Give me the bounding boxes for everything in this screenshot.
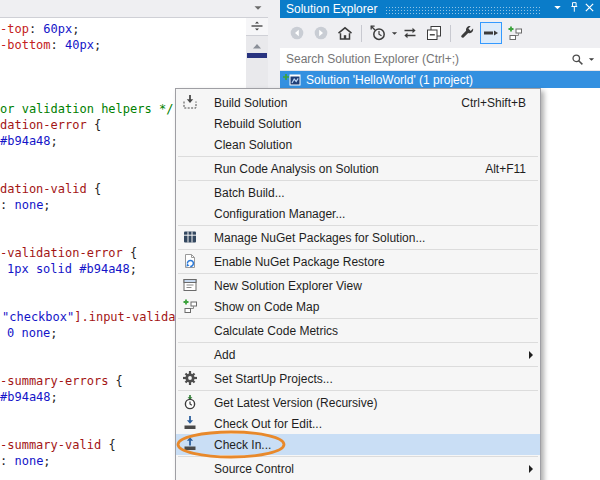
menu-item-label: Check Out for Edit... [214, 417, 322, 431]
submenu-arrow-icon [529, 465, 533, 473]
code-token: : [0, 198, 14, 212]
new-view-icon [182, 277, 198, 293]
code-token: -bottom [0, 38, 51, 52]
splitter-icon [249, 18, 265, 34]
menu-item-new-solution-explorer-view[interactable]: New Solution Explorer View [176, 275, 540, 296]
code-token: { [87, 182, 101, 196]
code-token: none [14, 198, 43, 212]
menu-item-source-control[interactable]: Source Control [176, 458, 540, 479]
code-token: #b94a48 [0, 390, 51, 404]
preview-selected-button[interactable] [480, 22, 502, 44]
code-token: ; [50, 326, 57, 340]
toolbar-separator [450, 25, 451, 42]
scrollbar-thumb[interactable] [247, 53, 267, 58]
properties-button[interactable] [456, 22, 478, 44]
solution-icon [282, 73, 302, 87]
editor-splitter-handle[interactable] [246, 18, 268, 36]
scroll-up-arrow-icon[interactable] [249, 38, 265, 50]
menu-separator [178, 342, 538, 343]
menu-separator [178, 156, 538, 157]
menu-item-rebuild-solution[interactable]: Rebuild Solution [176, 113, 540, 134]
get-latest-icon [182, 394, 198, 410]
menu-item-set-startup-projects[interactable]: Set StartUp Projects... [176, 368, 540, 389]
menu-item-label: Calculate Code Metrics [214, 324, 338, 338]
check-in-icon [182, 436, 198, 452]
menu-item-label: Configuration Manager... [214, 207, 345, 221]
code-token: or validation helpers */ [0, 102, 173, 116]
code-token: { [101, 438, 115, 452]
code-token: : [29, 22, 43, 36]
search-icon[interactable] [569, 51, 585, 67]
menu-item-configuration-manager[interactable]: Configuration Manager... [176, 203, 540, 224]
menu-separator [178, 180, 538, 181]
back-button [286, 22, 308, 44]
solution-label: Solution 'HelloWorld' (1 project) [306, 73, 473, 87]
code-map-button[interactable] [504, 22, 526, 44]
pending-changes-icon [370, 25, 386, 41]
code-line: -bottom: 40px; [0, 37, 246, 53]
code-token: 40px [65, 38, 94, 52]
caret-down-icon[interactable] [390, 23, 398, 43]
menu-item-show-on-code-map[interactable]: Show on Code Map [176, 296, 540, 317]
menu-item-label: Batch Build... [214, 186, 285, 200]
menu-item-build-solution[interactable]: Build SolutionCtrl+Shift+B [176, 92, 540, 113]
search-input[interactable]: Search Solution Explorer (Ctrl+;) [280, 52, 569, 66]
menu-item-manage-nuget-packages-for-solution[interactable]: Manage NuGet Packages for Solution... [176, 227, 540, 248]
menu-item-get-latest-version-recursive[interactable]: Get Latest Version (Recursive) [176, 392, 540, 413]
code-token: "checkbox" [2, 310, 74, 324]
code-token: -top [0, 22, 29, 36]
chevron-down-icon [551, 0, 564, 18]
collapse-all-button[interactable] [423, 22, 445, 44]
code-token: : [0, 454, 14, 468]
pin-button[interactable] [566, 2, 581, 17]
menu-item-label: Enable NuGet Package Restore [214, 255, 385, 269]
code-token: ; [94, 38, 101, 52]
refresh-button[interactable] [399, 22, 421, 44]
menu-item-check-out-for-edit[interactable]: Check Out for Edit... [176, 413, 540, 434]
chevron-down-icon[interactable] [251, 1, 265, 15]
menu-shortcut: Ctrl+Shift+B [461, 96, 526, 110]
check-out-icon [182, 415, 198, 431]
window-position-button[interactable] [550, 2, 565, 17]
menu-item-label: Source Control [214, 462, 294, 476]
tree-row-solution[interactable]: Solution 'HelloWorld' (1 project) [280, 71, 600, 88]
editor-top-strip [0, 0, 268, 18]
refresh-icon [402, 25, 418, 41]
forward-icon [313, 25, 329, 41]
menu-item-label: Clean Solution [214, 138, 292, 152]
menu-item-add[interactable]: Add [176, 344, 540, 365]
titlebar-grip-dots [385, 6, 542, 15]
menu-item-clean-solution[interactable]: Clean Solution [176, 134, 540, 155]
vs-window: -top: 60px;-bottom: 40px;or validation h… [0, 0, 600, 480]
nuget-icon [182, 229, 198, 245]
pending-changes-button[interactable] [367, 22, 389, 44]
code-token: { [87, 118, 101, 132]
close-icon [583, 0, 596, 18]
code-token: ; [43, 198, 50, 212]
home-button[interactable] [334, 22, 356, 44]
menu-item-label: Set StartUp Projects... [214, 372, 333, 386]
nuget-restore-icon [182, 253, 198, 269]
code-token: ; [51, 134, 58, 148]
menu-item-enable-nuget-package-restore[interactable]: Enable NuGet Package Restore [176, 251, 540, 272]
panel-title: Solution Explorer [286, 2, 377, 16]
close-button[interactable] [582, 2, 597, 17]
menu-item-calculate-code-metrics[interactable]: Calculate Code Metrics [176, 320, 540, 341]
code-line [0, 69, 246, 85]
code-token: dation-valid [0, 182, 87, 196]
menu-shortcut: Alt+F11 [485, 162, 526, 176]
code-line: -top: 60px; [0, 21, 246, 37]
search-options-caret-icon[interactable] [585, 51, 597, 67]
menu-item-batch-build[interactable]: Batch Build... [176, 182, 540, 203]
menu-item-run-code-analysis-on-solution[interactable]: Run Code Analysis on SolutionAlt+F11 [176, 158, 540, 179]
menu-item-label: Show on Code Map [214, 300, 319, 314]
menu-separator [178, 456, 538, 457]
menu-item-check-in[interactable]: Check In... [176, 434, 540, 455]
menu-separator [178, 273, 538, 274]
solution-explorer-titlebar[interactable]: Solution Explorer [280, 0, 600, 18]
search-box[interactable]: Search Solution Explorer (Ctrl+;) [280, 48, 600, 71]
menu-item-label: Manage NuGet Packages for Solution... [214, 231, 425, 245]
back-icon [289, 25, 305, 41]
menu-separator [178, 318, 538, 319]
code-token: : [51, 38, 65, 52]
